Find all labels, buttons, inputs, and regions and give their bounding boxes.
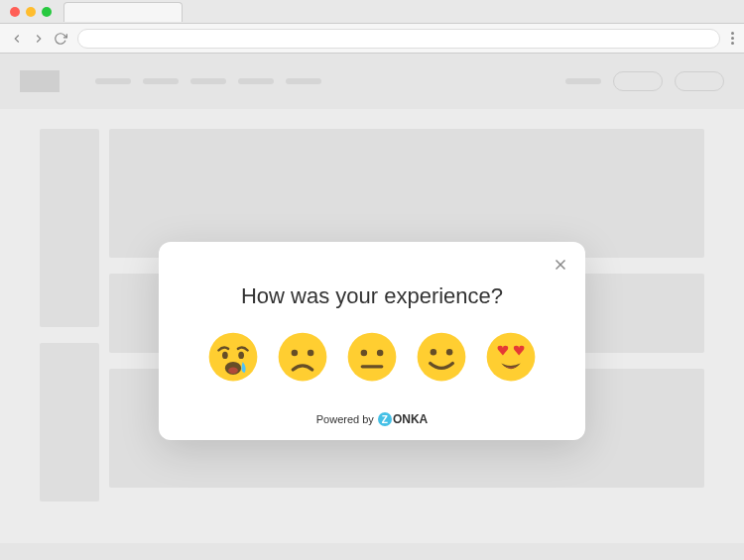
close-window-button[interactable] bbox=[10, 7, 20, 17]
logo-placeholder bbox=[20, 70, 60, 92]
rating-unhappy[interactable] bbox=[277, 331, 328, 383]
survey-modal: How was your experience? bbox=[159, 242, 585, 440]
rating-very-unhappy[interactable] bbox=[207, 331, 259, 383]
browser-titlebar bbox=[0, 0, 744, 24]
back-icon[interactable] bbox=[10, 32, 24, 46]
nav-item-placeholder bbox=[190, 78, 226, 84]
nav-item-placeholder bbox=[286, 78, 321, 84]
rating-happy[interactable] bbox=[416, 331, 467, 383]
svg-point-3 bbox=[222, 352, 228, 359]
powered-by-label: Powered by bbox=[316, 413, 374, 425]
svg-point-6 bbox=[228, 368, 238, 375]
svg-point-12 bbox=[377, 350, 384, 357]
sidebar-block-placeholder bbox=[40, 343, 99, 502]
svg-point-14 bbox=[418, 333, 466, 382]
rating-neutral[interactable] bbox=[346, 331, 398, 383]
content-block-placeholder bbox=[109, 129, 704, 258]
window-controls bbox=[10, 7, 52, 17]
zonka-logo[interactable]: ZONKA bbox=[378, 412, 428, 426]
svg-point-15 bbox=[431, 349, 437, 356]
nav-item-placeholder bbox=[238, 78, 274, 84]
browser-toolbar bbox=[0, 24, 744, 54]
svg-point-9 bbox=[308, 350, 314, 357]
nav-item-placeholder bbox=[565, 78, 601, 84]
nav-item-placeholder bbox=[95, 78, 131, 84]
button-placeholder bbox=[613, 71, 663, 91]
zonka-logo-text: ONKA bbox=[393, 412, 428, 426]
close-icon[interactable] bbox=[552, 256, 569, 274]
svg-point-4 bbox=[238, 352, 244, 359]
svg-point-8 bbox=[292, 350, 299, 357]
nav-item-placeholder bbox=[143, 78, 179, 84]
reload-icon[interactable] bbox=[54, 32, 67, 46]
svg-point-10 bbox=[348, 333, 397, 382]
page-body: How was your experience? bbox=[0, 54, 744, 560]
minimize-window-button[interactable] bbox=[26, 7, 36, 17]
site-header bbox=[0, 54, 744, 109]
zonka-logo-icon: Z bbox=[378, 412, 392, 426]
browser-menu-icon[interactable] bbox=[730, 32, 734, 45]
powered-by: Powered by ZONKA bbox=[186, 412, 558, 426]
svg-point-16 bbox=[446, 349, 453, 356]
svg-point-7 bbox=[279, 333, 327, 382]
address-bar[interactable] bbox=[77, 29, 720, 49]
forward-icon[interactable] bbox=[32, 32, 46, 46]
svg-point-17 bbox=[487, 333, 536, 382]
sidebar-block-placeholder bbox=[40, 129, 99, 327]
svg-point-11 bbox=[361, 350, 368, 357]
button-placeholder bbox=[675, 71, 724, 91]
rating-love[interactable] bbox=[485, 331, 537, 383]
browser-tab[interactable] bbox=[63, 2, 183, 22]
maximize-window-button[interactable] bbox=[42, 7, 52, 17]
rating-options bbox=[186, 331, 558, 383]
survey-question: How was your experience? bbox=[186, 283, 558, 309]
